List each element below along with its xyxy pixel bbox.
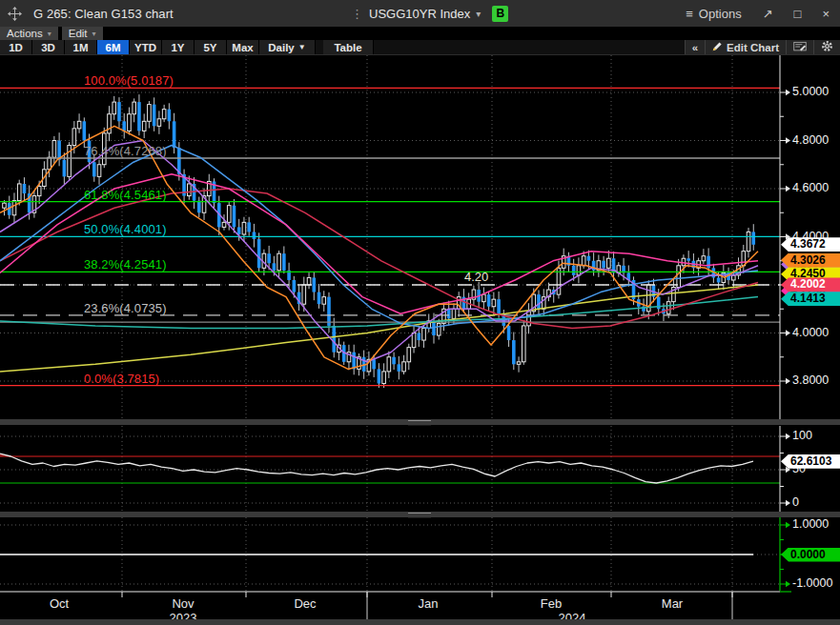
candlesticks	[3, 94, 755, 388]
annotation-label: 4.20	[464, 270, 488, 284]
edit-chart-button[interactable]: Edit Chart	[705, 40, 786, 54]
y-axis-label: 4.8000	[792, 133, 829, 147]
month-label: Mar	[662, 596, 683, 611]
notes-edit-icon	[793, 41, 807, 54]
chart-area[interactable]: 100.0%(5.0187)76.4%(4.7268)61.8%(4.5461)…	[0, 55, 840, 625]
bloomberg-chart-window: G 265: Clean G153 chart ⋮ USGG10YR Index…	[0, 0, 840, 625]
month-label: Dec	[294, 596, 316, 611]
price-tag[interactable]: 4.2002	[781, 277, 840, 292]
collapse-toolbar-button[interactable]: «	[685, 40, 705, 54]
annotate-button[interactable]	[786, 40, 813, 54]
lower-axis-label: 1.0000	[792, 517, 829, 531]
price-tag[interactable]: 4.1413	[781, 292, 840, 306]
panel-b-badge[interactable]: B	[492, 6, 508, 22]
lower-indicator-panel	[0, 517, 780, 591]
range-tab-1m[interactable]: 1M	[65, 40, 97, 54]
security-picker[interactable]: ⋮ USGG10YR Index ▾ B	[351, 0, 508, 27]
range-tab-ytd[interactable]: YTD	[130, 40, 162, 54]
ma-orange	[0, 126, 758, 369]
popout-button[interactable]: ↗	[752, 0, 784, 27]
fib-label: 76.4%(4.7268)	[84, 144, 167, 158]
lower-axis-label: -1.0000	[792, 576, 832, 590]
actions-menu[interactable]: Actions▾	[0, 27, 58, 40]
window-controls: ≡Options ↗ □ ×	[675, 0, 840, 27]
y-axis-label: 3.8000	[792, 373, 829, 387]
rsi-axis-label: 0	[792, 495, 799, 509]
fib-label: 0.0%(3.7815)	[84, 372, 159, 386]
gear-icon	[821, 40, 833, 54]
fib-label: 23.6%(4.0735)	[84, 301, 167, 315]
main-price-panel	[0, 55, 780, 419]
range-tab-max[interactable]: Max	[227, 40, 259, 54]
pencil-icon	[712, 41, 723, 53]
range-toolbar: 1D3D1M6MYTD1Y5YMax Daily▼ Table « Edit C…	[0, 40, 840, 55]
window-title: G 265: Clean G153 chart	[33, 7, 174, 21]
dropdown-arrow-icon: ▼	[298, 43, 306, 51]
month-label: Nov	[172, 596, 194, 611]
fib-label: 50.0%(4.4001)	[84, 222, 167, 236]
security-name: USGG10YR Index	[369, 7, 470, 21]
options-button[interactable]: ≡Options	[675, 0, 751, 27]
rsi-value-tag[interactable]: 62.6103	[781, 454, 840, 469]
range-tab-1y[interactable]: 1Y	[162, 40, 195, 54]
range-tab-5y[interactable]: 5Y	[195, 40, 227, 54]
title-bar: G 265: Clean G153 chart ⋮ USGG10YR Index…	[0, 0, 840, 27]
ma-purple	[0, 141, 758, 362]
edit-menu[interactable]: Edit▾	[62, 27, 103, 40]
month-label: Feb	[541, 596, 562, 611]
chart-settings-button[interactable]	[813, 40, 840, 54]
month-label: Jan	[419, 596, 439, 611]
range-tabs: 1D3D1M6MYTD1Y5YMax	[0, 40, 259, 54]
rsi-axis-label: 100	[792, 429, 812, 442]
y-axis-label: 4.6000	[792, 181, 829, 194]
fib-label: 61.8%(4.5461)	[84, 188, 167, 202]
chart-tools: « Edit Chart	[685, 40, 840, 54]
panel-separator[interactable]	[0, 419, 840, 425]
maximize-button[interactable]: □	[784, 0, 812, 27]
move-window-icon[interactable]	[8, 7, 22, 21]
ma-yellow	[0, 285, 758, 372]
hamburger-icon: ≡	[686, 7, 693, 21]
fib-label: 38.2%(4.2541)	[84, 257, 167, 272]
month-label: Oct	[50, 596, 69, 611]
chevron-down-icon: ▾	[92, 30, 96, 38]
y-axis-label: 4.0000	[792, 326, 829, 339]
chevron-down-icon: ▾	[48, 30, 51, 38]
close-button[interactable]: ×	[811, 0, 840, 27]
price-tag[interactable]: 4.3026	[781, 253, 840, 268]
bottom-strip	[0, 619, 840, 625]
rsi-line	[0, 454, 753, 483]
lower-value-tag[interactable]: 0.0000	[781, 548, 840, 562]
price-tag[interactable]: 4.3672	[781, 237, 840, 252]
period-dropdown[interactable]: Daily▼	[259, 40, 316, 54]
range-tab-6m[interactable]: 6M	[97, 40, 130, 54]
chevron-down-icon: ▾	[476, 9, 481, 19]
y-axis-label: 5.0000	[792, 85, 829, 98]
fib-label: 100.0%(5.0187)	[84, 73, 174, 88]
range-tab-1d[interactable]: 1D	[0, 40, 32, 54]
spacer	[316, 40, 323, 54]
table-button[interactable]: Table	[323, 40, 374, 54]
menu-bar: Actions▾ Edit▾	[0, 27, 840, 40]
rsi-panel	[0, 426, 780, 512]
drag-dots-icon: ⋮	[351, 7, 363, 21]
range-tab-3d[interactable]: 3D	[32, 40, 65, 54]
